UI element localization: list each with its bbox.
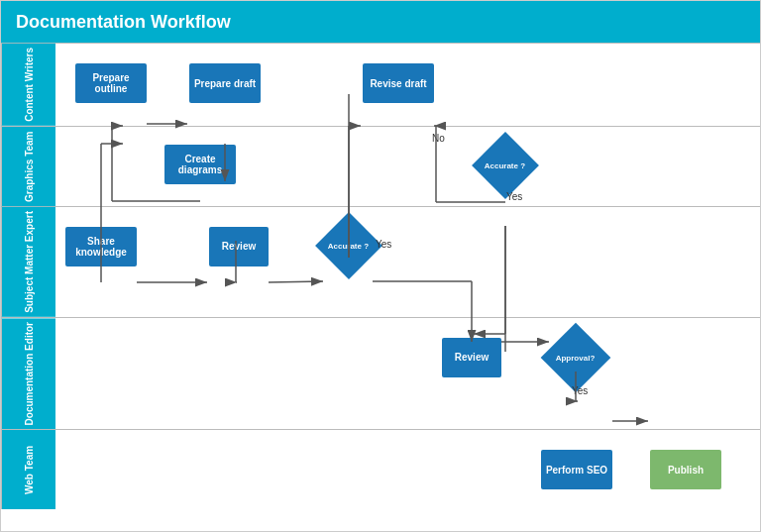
lane-doc-editor: Documentation Editor Review Approval? Ye…	[1, 317, 760, 429]
diagram-title: Documentation Workflow	[16, 12, 231, 33]
diagram-container: Documentation Workflow Content Writers P…	[0, 0, 761, 532]
lane-label-web-team: Web Team	[1, 430, 55, 509]
node-prepare-draft: Prepare draft	[189, 63, 261, 103]
lane-content-graphics-team: Create diagrams Accurate ? No Yes	[55, 127, 760, 206]
node-approval: Approval?	[541, 322, 611, 392]
lane-content-writers: Content Writers Prepare outline Prepare …	[1, 43, 760, 126]
swim-lanes: Content Writers Prepare outline Prepare …	[1, 43, 760, 531]
lane-label-doc-editor: Documentation Editor	[1, 318, 55, 429]
lane-label-graphics-team: Graphics Team	[1, 127, 55, 206]
node-share-knowledge: Share knowledge	[65, 227, 137, 266]
lane-label-subject-matter: Subject Matter Expert	[1, 207, 55, 317]
node-create-diagrams: Create diagrams	[164, 145, 236, 184]
lane-web-team: Web Team Perform SEO Publish	[1, 429, 760, 509]
node-accurate-gt: Accurate ?	[472, 132, 539, 199]
lane-label-content-writers: Content Writers	[1, 44, 55, 126]
label-yes-sme: Yes	[376, 239, 391, 250]
lane-content-doc-editor: Review Approval? Yes	[55, 318, 760, 397]
label-yes-gt: Yes	[506, 191, 522, 202]
label-no: No	[432, 133, 445, 144]
title-bar: Documentation Workflow	[1, 1, 760, 43]
node-publish[interactable]: Publish	[650, 450, 721, 489]
lane-content-web-team: Perform SEO Publish	[55, 430, 760, 509]
lane-graphics-team: Graphics Team Create diagrams Accurate ?…	[1, 126, 760, 206]
node-review-sme: Review	[209, 227, 269, 266]
lane-content-content-writers: Prepare outline Prepare draft Revise dra…	[55, 44, 760, 123]
lane-content-subject-matter: Share knowledge Review Accurate ? Yes	[55, 207, 760, 286]
node-revise-draft: Revise draft	[363, 63, 434, 103]
label-yes-approval: Yes	[572, 385, 588, 396]
node-review-de: Review	[442, 338, 501, 377]
node-accurate-sme: Accurate ?	[315, 212, 382, 279]
node-prepare-outline: Prepare outline	[75, 63, 147, 103]
node-perform-seo: Perform SEO	[541, 450, 612, 489]
lane-subject-matter: Subject Matter Expert Share knowledge Re…	[1, 206, 760, 317]
